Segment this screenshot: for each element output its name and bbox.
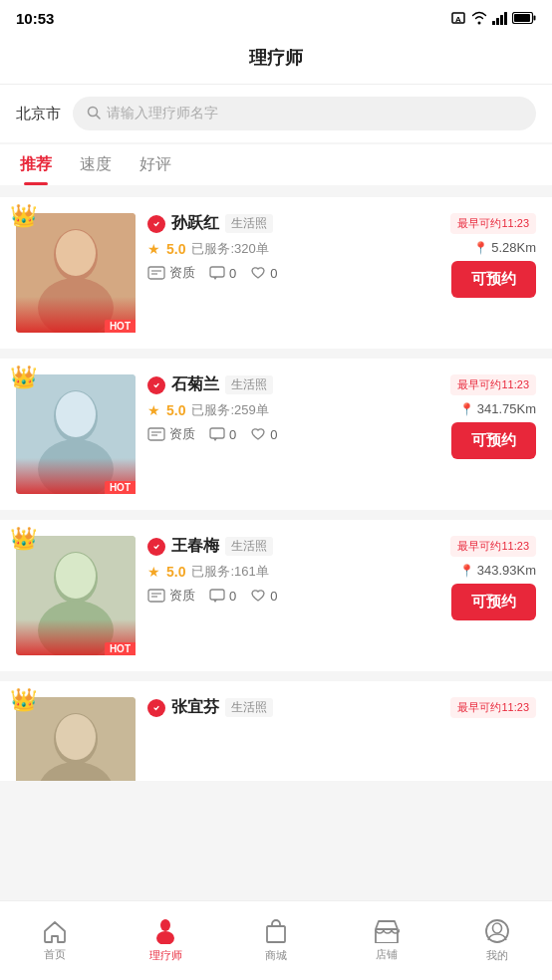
rating-score: 5.0	[166, 241, 185, 257]
name-row: 孙跃红 生活照	[147, 213, 405, 234]
tab-recommended[interactable]: 推荐	[20, 154, 52, 185]
heart-icon	[250, 589, 266, 603]
service-count: 已服务:320单	[191, 240, 268, 258]
comment-item: 0	[209, 589, 236, 604]
verified-icon	[147, 699, 165, 717]
rating-row: ★ 5.0 已服务:259单	[147, 401, 405, 419]
svg-rect-5	[504, 12, 507, 25]
page-title: 理疗师	[249, 48, 303, 68]
tab-speed[interactable]: 速度	[80, 154, 112, 185]
book-button[interactable]: 可预约	[451, 261, 536, 298]
store-icon	[374, 919, 400, 943]
earliest-time: 最早可约11:23	[450, 213, 536, 234]
signal-icon	[492, 11, 508, 25]
cert-row: 资质 0 0	[147, 264, 405, 282]
svg-point-48	[492, 923, 501, 933]
nav-store[interactable]: 店铺	[331, 911, 441, 970]
svg-rect-16	[148, 267, 164, 279]
booking-section: 最早可约11:23 📍 343.93Km 可预约	[416, 536, 536, 620]
crown-icon: 👑	[10, 526, 37, 552]
distance-row: 📍 5.28Km	[473, 240, 536, 255]
status-time: 10:53	[16, 10, 54, 27]
book-button[interactable]: 可预约	[451, 422, 536, 459]
crown-icon: 👑	[10, 687, 37, 713]
tab-rating[interactable]: 好评	[139, 154, 171, 185]
cert-item: 资质	[147, 425, 195, 443]
wifi-icon	[470, 11, 488, 25]
search-box[interactable]: 请输入理疗师名字	[73, 97, 536, 130]
therapist-card: 👑 HOT 孙跃红 生活照 ★ 5.0 已服务:320单	[0, 197, 552, 349]
svg-rect-2	[492, 21, 495, 25]
nav-therapist[interactable]: 理疗师	[111, 910, 221, 971]
favorite-item: 0	[250, 589, 277, 604]
avatar-wrap: 👑 HOT	[16, 374, 136, 494]
home-icon	[42, 919, 68, 943]
booking-section: 最早可约11:23	[416, 697, 536, 718]
shop-icon	[264, 918, 288, 944]
cert-item: 资质	[147, 587, 195, 605]
earliest-time: 最早可约11:23	[450, 374, 536, 395]
battery-icon	[512, 12, 536, 24]
location-icon: 📍	[459, 402, 474, 416]
svg-rect-46	[376, 929, 398, 943]
svg-point-23	[56, 391, 96, 437]
search-placeholder: 请输入理疗师名字	[107, 105, 218, 122]
card-info: 张宜芬 生活照	[147, 697, 405, 718]
comment-count: 0	[229, 589, 236, 604]
crown-icon: 👑	[10, 365, 37, 390]
photo-badge: 生活照	[225, 698, 273, 717]
nav-profile-label: 我的	[486, 948, 508, 963]
cert-icon	[147, 427, 165, 441]
card-info: 孙跃红 生活照 ★ 5.0 已服务:320单 资质 0	[147, 213, 405, 282]
hot-badge: HOT	[105, 642, 136, 655]
location-icon: 📍	[459, 564, 474, 578]
svg-rect-28	[210, 428, 224, 438]
city-selector[interactable]: 北京市	[16, 105, 61, 123]
avatar-wrap: 👑 HOT	[16, 213, 136, 333]
earliest-time: 最早可约11:23	[450, 697, 536, 718]
cert-row: 资质 0 0	[147, 425, 405, 443]
svg-rect-19	[210, 267, 224, 277]
service-count: 已服务:161单	[191, 563, 268, 581]
bottom-nav: 首页 理疗师 商城 店铺 我的	[0, 900, 552, 980]
rating-score: 5.0	[166, 402, 185, 418]
earliest-time: 最早可约11:23	[450, 536, 536, 557]
crown-icon: 👑	[10, 203, 37, 229]
photo-badge: 生活照	[225, 375, 273, 394]
comment-icon	[209, 266, 225, 280]
card-info: 石菊兰 生活照 ★ 5.0 已服务:259单 资质 0	[147, 374, 405, 443]
svg-rect-37	[210, 590, 224, 600]
verified-icon	[147, 538, 165, 556]
star-icon: ★	[147, 402, 160, 418]
name-row: 张宜芬 生活照	[147, 697, 405, 718]
svg-point-41	[56, 714, 96, 760]
nav-home[interactable]: 首页	[0, 911, 111, 970]
heart-icon	[250, 427, 266, 441]
therapist-card-partial: 👑 HOT 张宜芬 生活照 最早可约11:23	[0, 681, 552, 781]
therapist-card: 👑 HOT 石菊兰 生活照 ★ 5.0 已服务:259单	[0, 359, 552, 510]
cert-label: 资质	[169, 587, 195, 605]
nav-profile[interactable]: 我的	[441, 910, 552, 971]
nav-shop-label: 商城	[265, 948, 287, 963]
comment-icon	[209, 427, 225, 441]
therapist-list: 👑 HOT 孙跃红 生活照 ★ 5.0 已服务:320单	[0, 185, 552, 793]
cert-label: 资质	[169, 264, 195, 282]
nav-therapist-label: 理疗师	[149, 948, 182, 963]
distance: 5.28Km	[491, 240, 536, 255]
favorite-count: 0	[270, 427, 277, 442]
svg-point-44	[156, 931, 174, 944]
therapist-name: 孙跃红	[171, 213, 219, 234]
book-button[interactable]: 可预约	[451, 584, 536, 620]
rating-score: 5.0	[166, 564, 185, 580]
verified-icon	[147, 215, 165, 233]
distance-row: 📍 343.93Km	[459, 563, 536, 578]
svg-point-43	[160, 919, 170, 931]
search-icon	[87, 106, 101, 122]
comment-count: 0	[229, 427, 236, 442]
distance: 341.75Km	[477, 401, 536, 416]
svg-rect-34	[148, 590, 164, 602]
name-row: 石菊兰 生活照	[147, 374, 405, 395]
nav-shop[interactable]: 商城	[221, 910, 332, 971]
svg-line-10	[97, 115, 101, 119]
therapist-icon	[153, 918, 177, 944]
